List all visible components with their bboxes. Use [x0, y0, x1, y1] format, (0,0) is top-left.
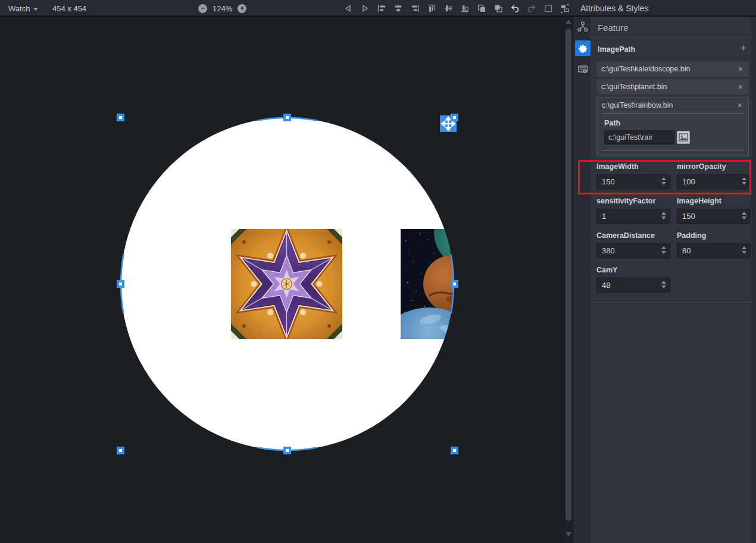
- cameradistance-input[interactable]: [597, 244, 659, 258]
- zoom-out-button[interactable]: −: [198, 4, 207, 13]
- select-rectangle-button[interactable]: [543, 3, 554, 14]
- spinner-arrows[interactable]: [661, 212, 667, 219]
- spinner-arrows[interactable]: [661, 177, 667, 185]
- property-imageheight: ImageHeight: [677, 197, 751, 224]
- undo-button[interactable]: [510, 3, 520, 14]
- align-left-button[interactable]: [376, 3, 387, 14]
- spin-down-icon[interactable]: [742, 182, 746, 185]
- zoom-controls: − 124% +: [198, 0, 246, 17]
- spinner-arrows[interactable]: [742, 212, 747, 219]
- property-field: [677, 243, 751, 258]
- selection-handle-top-right[interactable]: [451, 114, 458, 121]
- chevron-down-icon: [33, 8, 38, 11]
- selection-handle-bottom-center[interactable]: [283, 447, 291, 454]
- camy-input[interactable]: [597, 278, 659, 292]
- scroll-up-arrow[interactable]: [566, 20, 571, 26]
- undo-icon: [510, 3, 520, 14]
- tab-properties-list[interactable]: [575, 62, 591, 77]
- property-label: mirrorOpacity: [677, 162, 751, 171]
- align-right-icon: [410, 3, 420, 14]
- spinner-arrows[interactable]: [742, 177, 747, 185]
- nav-previous-button[interactable]: [343, 3, 354, 14]
- imagepath-item-text: c:\guiTest\kaleidoscope.bin: [601, 65, 737, 73]
- align-right-button[interactable]: [410, 3, 420, 14]
- spin-up-icon[interactable]: [661, 177, 666, 180]
- property-field: [677, 174, 751, 189]
- nav-next-button[interactable]: [360, 3, 370, 14]
- spinner-arrows[interactable]: [661, 281, 667, 288]
- align-top-button[interactable]: [426, 3, 437, 14]
- path-input[interactable]: [604, 130, 674, 145]
- zoom-in-button[interactable]: +: [238, 4, 246, 13]
- scrollbar-thumb[interactable]: [566, 29, 571, 521]
- imagewidth-input[interactable]: [597, 175, 659, 189]
- spin-up-icon[interactable]: [742, 246, 746, 249]
- spin-up-icon[interactable]: [661, 281, 666, 284]
- send-to-back-button[interactable]: [493, 3, 504, 14]
- image-picker-icon: [679, 133, 688, 142]
- align-bottom-button[interactable]: [460, 3, 470, 14]
- spin-down-icon[interactable]: [742, 216, 746, 219]
- design-canvas[interactable]: [0, 17, 564, 543]
- imagepath-item-expanded: c:\guiTest\rainbow.bin × Path: [596, 97, 749, 156]
- spin-down-icon[interactable]: [661, 285, 666, 288]
- add-imagepath-button[interactable]: +: [740, 43, 746, 54]
- imagepath-list: c:\guiTest\kaleidoscope.bin × c:\guiTest…: [596, 61, 749, 156]
- spin-up-icon[interactable]: [742, 212, 746, 215]
- divider: [602, 150, 743, 151]
- align-middle-vertical-button[interactable]: [443, 3, 454, 14]
- spin-down-icon[interactable]: [661, 251, 666, 254]
- canvas-scrollbar[interactable]: [564, 17, 573, 543]
- property-label: CamY: [596, 266, 670, 275]
- bring-to-front-button[interactable]: [476, 3, 487, 14]
- selection-handle-bottom-right[interactable]: [451, 447, 458, 454]
- redo-button[interactable]: [526, 3, 537, 14]
- property-field: [677, 209, 751, 224]
- sensitivityfactor-input[interactable]: [597, 209, 659, 223]
- reorder-widgets-button[interactable]: [560, 3, 570, 14]
- padding-input[interactable]: [677, 244, 739, 258]
- panel-content: Feature ImagePath + c:\guiTest\kaleidosc…: [591, 17, 756, 543]
- planet-image[interactable]: [401, 229, 454, 339]
- selection-handle-bottom-left[interactable]: [117, 447, 124, 454]
- canvas-size-label: 454 x 454: [52, 0, 86, 17]
- align-center-horizontal-icon: [393, 3, 404, 14]
- tab-feature[interactable]: [575, 40, 591, 56]
- selection-handle-top-left[interactable]: [117, 114, 124, 121]
- align-center-horizontal-button[interactable]: [393, 3, 404, 14]
- selection-handle-top-center[interactable]: [283, 114, 291, 121]
- align-middle-vertical-icon: [443, 3, 454, 14]
- imagepath-item[interactable]: c:\guiTest\planet.bin ×: [596, 79, 749, 95]
- remove-imagepath-button[interactable]: ×: [736, 101, 743, 110]
- spin-up-icon[interactable]: [742, 177, 746, 180]
- property-camy: CamY: [596, 266, 670, 293]
- spinner-arrows[interactable]: [661, 246, 667, 254]
- spin-up-icon[interactable]: [661, 246, 666, 249]
- property-imagewidth: ImageWidth: [596, 162, 670, 189]
- divider: [591, 302, 752, 303]
- scroll-down-arrow[interactable]: [566, 532, 571, 538]
- kaleidoscope-widget-circle[interactable]: [121, 118, 454, 450]
- spin-up-icon[interactable]: [661, 212, 666, 215]
- imageheight-input[interactable]: [677, 209, 739, 223]
- selection-handle-middle-right[interactable]: [451, 280, 458, 288]
- tab-widget-tree[interactable]: [575, 19, 591, 34]
- watch-dropdown[interactable]: Watch: [8, 0, 38, 17]
- remove-imagepath-button[interactable]: ×: [737, 64, 744, 74]
- bring-to-front-icon: [476, 3, 487, 14]
- property-label: Padding: [677, 231, 751, 240]
- imagepath-item[interactable]: c:\guiTest\kaleidoscope.bin ×: [596, 61, 749, 77]
- spin-down-icon[interactable]: [661, 216, 666, 219]
- path-field-label: Path: [604, 119, 743, 127]
- spinner-arrows[interactable]: [742, 246, 747, 254]
- reorder-widgets-icon: [560, 3, 570, 14]
- kaleidoscope-image[interactable]: [231, 229, 342, 339]
- spin-down-icon[interactable]: [661, 182, 666, 185]
- imagepath-item[interactable]: c:\guiTest\rainbow.bin ×: [602, 98, 743, 114]
- property-mirroropacity: mirrorOpacity: [677, 162, 751, 189]
- selection-handle-middle-left[interactable]: [117, 280, 124, 288]
- remove-imagepath-button[interactable]: ×: [737, 82, 744, 92]
- spin-down-icon[interactable]: [742, 251, 746, 254]
- browse-image-button[interactable]: [677, 131, 690, 144]
- mirroropacity-input[interactable]: [677, 175, 739, 189]
